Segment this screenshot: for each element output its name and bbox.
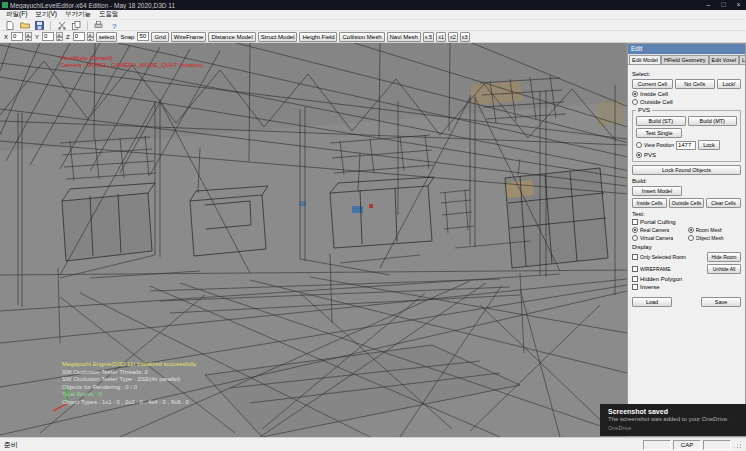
- only-selected-room-label: Only Selected Room: [640, 254, 705, 260]
- scale-1x-button[interactable]: x1: [436, 32, 446, 42]
- collision-mesh-button[interactable]: Collision Mesh: [339, 32, 384, 42]
- toast-notification[interactable]: Screenshot saved The screenshot was adde…: [600, 404, 746, 436]
- resize-grip-icon[interactable]: [733, 440, 742, 449]
- menu-addons[interactable]: 부가기능: [61, 10, 95, 19]
- inverse-checkbox[interactable]: [632, 284, 638, 290]
- cut-icon: [58, 21, 66, 30]
- select-mode-button[interactable]: select: [96, 32, 118, 42]
- edit-panel-content: Select: Current Cell No Cells Lock! Insi…: [628, 65, 745, 312]
- maximize-button[interactable]: □: [716, 0, 731, 10]
- scale-2x-button[interactable]: x2: [448, 32, 458, 42]
- inside-cell-radio[interactable]: [632, 91, 638, 97]
- no-cells-button[interactable]: No Cells: [675, 79, 716, 89]
- toast-body: The screenshot was added to your OneDriv…: [608, 416, 738, 423]
- viewport-3d[interactable]: ViewMode (Default) Camera : MODEL_CAMERA…: [0, 43, 627, 437]
- lock-found-objects-button[interactable]: Lock Found Objects: [632, 165, 741, 175]
- current-cell-button[interactable]: Current Cell: [632, 79, 673, 89]
- build-mt-button[interactable]: Build (MT): [688, 116, 738, 126]
- real-camera-radio[interactable]: [632, 227, 638, 233]
- grid-toggle-button[interactable]: Grid: [151, 32, 168, 42]
- debug-line: Megayuchi Engine(D3D 11) Initialized suc…: [62, 361, 197, 369]
- view-position-radio[interactable]: [636, 142, 642, 148]
- select-section-label: Select:: [632, 71, 741, 77]
- tab-edit-voxel[interactable]: Edit Voxel: [709, 55, 739, 64]
- status-ready-text: 준비: [4, 440, 18, 450]
- new-file-button[interactable]: [3, 20, 16, 31]
- y-value-input[interactable]: 0: [42, 32, 54, 41]
- copy-button[interactable]: [70, 20, 83, 31]
- hidden-polygon-checkbox[interactable]: [632, 276, 638, 282]
- scale-3x-button[interactable]: x3: [460, 32, 470, 42]
- wireframe-toggle-button[interactable]: WireFrame: [171, 32, 207, 42]
- edit-panel-title[interactable]: Edit: [628, 44, 745, 54]
- distance-model-button[interactable]: Distance Model: [208, 32, 255, 42]
- tab-hfield-geometry[interactable]: HField Geometry: [661, 55, 709, 64]
- print-icon: [94, 21, 103, 29]
- view-position-input[interactable]: 1477: [676, 141, 696, 150]
- inside-cells-button[interactable]: Inside Cells: [632, 198, 667, 208]
- save-panel-button[interactable]: Save: [701, 297, 741, 307]
- save-icon: [35, 21, 44, 30]
- help-icon: ?: [110, 21, 118, 30]
- virtual-camera-label: Virtual Camera: [640, 235, 673, 241]
- save-button[interactable]: [33, 20, 46, 31]
- object-mesh-radio[interactable]: [688, 235, 694, 241]
- pvs-group-label: PVS: [636, 107, 652, 113]
- debug-line: Objects for Rendering : 0 / 0: [62, 384, 197, 392]
- wireframe-checkbox[interactable]: [632, 266, 638, 272]
- clear-cells-button[interactable]: Clear Cells: [706, 198, 741, 208]
- debug-line: SW Occlusion Tester Threads: 0: [62, 369, 197, 377]
- cut-button[interactable]: [55, 20, 68, 31]
- struct-model-button[interactable]: Struct Model: [258, 32, 298, 42]
- toolbar-edit: X 0 Y 0 Z 0 select Snap 50 Grid WireFram…: [0, 31, 746, 43]
- menu-help[interactable]: 도움말: [95, 10, 123, 19]
- x-value-input[interactable]: 0: [11, 32, 23, 41]
- only-selected-room-checkbox[interactable]: [632, 254, 638, 260]
- unhide-all-button[interactable]: Unhide All: [707, 264, 741, 274]
- snap-input[interactable]: 50: [137, 32, 149, 41]
- engine-debug-overlay: Megayuchi Engine(D3D 11) Initialized suc…: [62, 361, 197, 406]
- outside-cells-button[interactable]: Outside Cells: [669, 198, 704, 208]
- debug-line: SW Occlusion Tester Type : SSE(4x parall…: [62, 376, 197, 384]
- z-spinner[interactable]: [87, 32, 94, 41]
- navi-mesh-button[interactable]: Navi Mesh: [387, 32, 421, 42]
- menu-view[interactable]: 보기(V): [31, 10, 61, 19]
- insert-model-button[interactable]: Insert Model: [632, 186, 682, 196]
- pvs-radio[interactable]: [636, 152, 642, 158]
- virtual-camera-radio[interactable]: [632, 235, 638, 241]
- view-position-lock-button[interactable]: Lock: [698, 140, 720, 150]
- minimize-button[interactable]: –: [701, 0, 716, 10]
- status-indicators: CAP: [643, 440, 742, 450]
- status-pane: [643, 440, 671, 450]
- print-button[interactable]: [92, 20, 105, 31]
- height-field-button[interactable]: Height Field: [299, 32, 337, 42]
- z-value-input[interactable]: 0: [73, 32, 85, 41]
- room-mesh-radio[interactable]: [688, 227, 694, 233]
- portal-culling-checkbox[interactable]: [632, 219, 638, 225]
- toolbar-separator: [50, 21, 51, 30]
- close-button[interactable]: ×: [731, 0, 746, 10]
- camera-mode-text: Camera : MODEL_CAMERA_MODE_QUAT (rotatio…: [60, 62, 203, 69]
- edit-panel-tabs: Edit Model HField Geometry Edit Voxel Le…: [628, 54, 745, 65]
- test-single-button[interactable]: Test Single: [636, 128, 682, 138]
- window-title: MegayuchiLevelEditor-x64 Edition - May 1…: [10, 2, 699, 9]
- help-button[interactable]: ?: [107, 20, 120, 31]
- build-st-button[interactable]: Build (ST): [636, 116, 686, 126]
- window-controls: – □ ×: [701, 0, 746, 10]
- hide-room-button[interactable]: Hide Room: [707, 252, 741, 262]
- lock-selection-button[interactable]: Lock!: [717, 79, 741, 89]
- load-button[interactable]: Load: [632, 297, 672, 307]
- display-section-label: Display: [632, 244, 741, 250]
- tab-level[interactable]: Leve: [739, 55, 745, 64]
- open-folder-button[interactable]: [18, 20, 31, 31]
- open-folder-icon: [20, 21, 30, 29]
- y-spinner[interactable]: [56, 32, 63, 41]
- outside-cell-radio[interactable]: [632, 99, 638, 105]
- scale-half-button[interactable]: x.5: [423, 32, 434, 42]
- build-section-label: Build:: [632, 178, 741, 184]
- app-icon: [2, 2, 8, 8]
- x-spinner[interactable]: [25, 32, 32, 41]
- camera-mode-overlay: ViewMode (Default) Camera : MODEL_CAMERA…: [60, 55, 203, 69]
- tab-edit-model[interactable]: Edit Model: [629, 55, 661, 64]
- menu-file[interactable]: 파일(F): [2, 10, 31, 19]
